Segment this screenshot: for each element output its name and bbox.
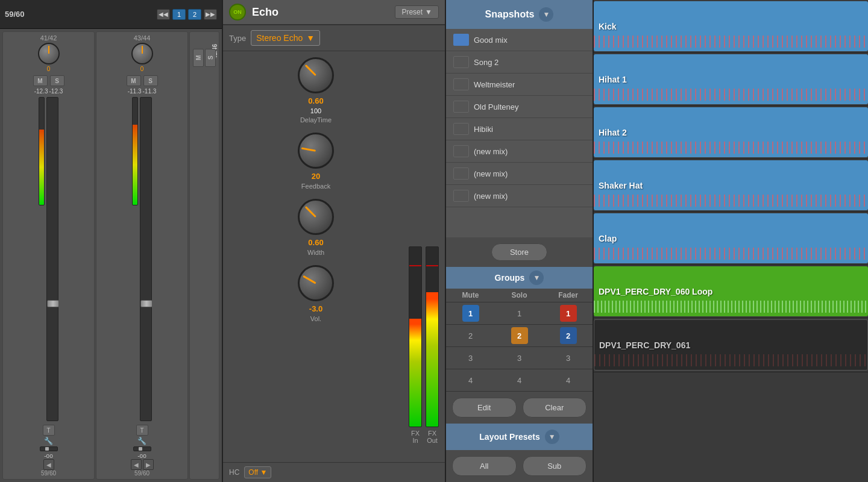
channel-2-db-r: -11.3 (143, 88, 157, 95)
groups-row2-fader[interactable]: 2 (544, 325, 593, 346)
channel-2-bottom: -oo (98, 446, 186, 459)
groups-row4-mute[interactable]: 4 (446, 369, 495, 391)
track-hihat2-waveform (594, 142, 868, 154)
track-perc1: DPV1_PERC_DRY_060 Loop (594, 265, 868, 318)
snapshot-item-5[interactable]: Hibiki (446, 118, 593, 140)
track-hihat1: Hihat 1 (594, 53, 868, 106)
groups-row4-fader[interactable]: 4 (544, 369, 593, 391)
channel-2-mini-fader[interactable] (133, 446, 151, 451)
groups-row2-solo[interactable]: 2 (495, 325, 544, 346)
transport-num1[interactable]: 1 (172, 9, 186, 20)
track-hihat2-clip[interactable]: Hihat 2 (594, 107, 868, 157)
channel-1-vu-fill-l (39, 130, 44, 205)
groups-clear-btn[interactable]: Clear (523, 398, 587, 418)
channel-2-nav-prev[interactable]: ◀ (131, 459, 142, 470)
snapshot-item-1[interactable]: Good mix (446, 29, 593, 51)
transport-prev-btn[interactable]: ◀◀ (157, 9, 170, 20)
groups-edit-btn[interactable]: Edit (452, 398, 517, 418)
fx-on-button[interactable]: ON (229, 4, 246, 20)
snapshot-item-2[interactable]: Song 2 (446, 51, 593, 74)
channel-2-fader[interactable] (140, 97, 152, 421)
layout-all-btn[interactable]: All (452, 456, 517, 476)
track-shaker-clip[interactable]: Shaker Hat (594, 160, 868, 210)
groups-row3-solo[interactable]: 3 (495, 347, 544, 369)
fx-feedback-knob[interactable] (298, 133, 334, 169)
fx-hc-select[interactable]: Off ▼ (244, 466, 271, 478)
groups-row3-fader[interactable]: 3 (544, 347, 593, 369)
channel-2-mute-btn[interactable]: M (127, 75, 141, 86)
track-clap-content: Clap (594, 212, 868, 264)
fx-hc-label: HC (229, 468, 239, 477)
snapshot-item-6[interactable]: (new mix) (446, 140, 593, 163)
track-perc1-clip[interactable]: DPV1_PERC_DRY_060 Loop (594, 266, 868, 316)
snapshot-item-3[interactable]: Weltmeister (446, 74, 593, 96)
snapshot-name-3: Weltmeister (474, 80, 515, 89)
channel-2-solo-btn[interactable]: S (143, 75, 158, 86)
channel-1-mini-fader[interactable] (40, 446, 58, 451)
channel-1-vu-left (39, 97, 45, 205)
channel-1-fader[interactable] (46, 97, 58, 421)
channel-1-fader-handle[interactable] (47, 300, 59, 307)
snapshots-title: Snapshots (485, 9, 535, 20)
snapshot-color-5 (453, 123, 469, 135)
fx-knobs: 0.60 100 DelayTime 20 Feedback 0.60 Widt… (229, 57, 403, 456)
fx-meter-out-fill (426, 292, 438, 427)
fx-delay-knob[interactable] (298, 57, 334, 93)
channel-2-tool-icon[interactable]: 🔧 (137, 437, 146, 445)
fx-type-select[interactable]: Stereo Echo ▼ (251, 30, 320, 46)
fx-name: Echo (252, 6, 389, 19)
fx-delay-val: 0.60 (308, 96, 323, 105)
layout-presets-dropdown[interactable]: ▼ (545, 430, 559, 444)
channel-2-nav-next[interactable]: ▶ (143, 459, 154, 470)
track-hihat1-clip[interactable]: Hihat 1 (594, 54, 868, 104)
snapshot-item-7[interactable]: (new mix) (446, 163, 593, 185)
snapshot-item-8[interactable]: (new mix) (446, 185, 593, 207)
groups-row1-fader[interactable]: 1 (544, 302, 593, 324)
mixer-channel-3: 45/46 M S (189, 31, 219, 480)
transport-num2[interactable]: 2 (188, 9, 201, 20)
groups-row2-mute[interactable]: 2 (446, 325, 495, 346)
fx-width-val: 0.60 (308, 238, 323, 247)
fx-width-knob[interactable] (298, 199, 334, 235)
groups-row2-solo-badge: 2 (511, 327, 528, 344)
fx-preset-btn[interactable]: Preset ▼ (395, 5, 439, 19)
transport-next-btn[interactable]: ▶▶ (204, 9, 217, 20)
fx-bottom: HC Off ▼ (223, 462, 445, 482)
track-kick-label: Kick (599, 22, 617, 31)
track-clap-clip[interactable]: Clap (594, 213, 868, 263)
groups-row1-mute[interactable]: 1 (446, 302, 495, 324)
snapshot-list: Good mix Song 2 Weltmeister Old Pulteney… (446, 29, 593, 237)
snapshot-name-2: Song 2 (474, 58, 498, 67)
transport-controls: ◀◀ 1 2 ▶▶ (157, 9, 217, 20)
track-perc2-clip[interactable]: DPV1_PERC_DRY_061 (594, 319, 868, 371)
channel-3-m-btn[interactable]: M (193, 49, 204, 67)
fx-vol-row: -3.0 Vol. (229, 265, 403, 322)
layout-sub-btn[interactable]: Sub (523, 456, 587, 476)
snapshot-item-4[interactable]: Old Pulteney (446, 96, 593, 118)
channel-1-t-btn[interactable]: T (43, 425, 55, 436)
fx-vol-knob[interactable] (298, 265, 334, 301)
channel-2-t-btn[interactable]: T (136, 425, 148, 436)
snapshot-name-8: (new mix) (474, 192, 508, 201)
channel-1-solo-btn[interactable]: S (50, 75, 64, 86)
channel-2-knob[interactable] (131, 43, 153, 64)
track-kick-clip[interactable]: Kick (594, 1, 868, 51)
channel-2-fader-handle[interactable] (140, 300, 153, 307)
store-button[interactable]: Store (491, 243, 547, 261)
track-hihat2-content: Hihat 2 (594, 106, 868, 158)
channel-2-knob-value: 0 (140, 66, 144, 72)
groups-dropdown-btn[interactable]: ▼ (529, 271, 544, 285)
groups-row4-solo[interactable]: 4 (495, 369, 544, 391)
channel-1-nav-btn[interactable]: ◀ (43, 459, 54, 470)
fx-width-label: Width (307, 249, 324, 256)
channel-2-db-l: -11.3 (128, 88, 142, 95)
snapshots-dropdown-btn[interactable]: ▼ (539, 7, 553, 22)
channel-1-tool-icon[interactable]: 🔧 (44, 437, 53, 445)
channel-2-number: 43/44 (134, 34, 151, 42)
channel-3-s-btn[interactable]: S (205, 49, 216, 67)
groups-row1-solo[interactable]: 1 (495, 302, 544, 324)
channel-2-vu-fill-l (133, 125, 137, 205)
groups-row3-mute[interactable]: 3 (446, 347, 495, 369)
channel-1-knob[interactable] (38, 43, 60, 64)
channel-1-mute-btn[interactable]: M (33, 75, 48, 86)
